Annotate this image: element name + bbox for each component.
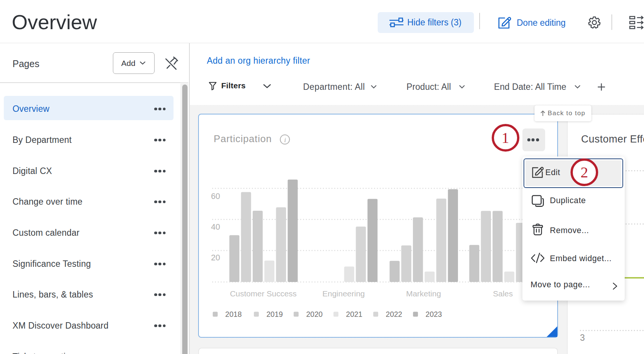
svg-text:3: 3 <box>580 333 585 341</box>
svg-text:2018: 2018 <box>225 310 242 318</box>
svg-text:2020: 2020 <box>306 310 323 318</box>
svg-text:Marketing: Marketing <box>406 289 441 298</box>
svg-text:20: 20 <box>211 253 220 262</box>
svg-text:Sales: Sales <box>493 289 513 298</box>
svg-text:2019: 2019 <box>266 310 283 318</box>
svg-text:60: 60 <box>211 192 220 201</box>
svg-text:2021: 2021 <box>346 310 362 318</box>
svg-text:Engineering: Engineering <box>322 289 365 298</box>
svg-text:Customer Success: Customer Success <box>230 289 297 298</box>
svg-text:2023: 2023 <box>425 310 442 318</box>
svg-text:40: 40 <box>211 222 220 232</box>
svg-text:2022: 2022 <box>386 310 402 318</box>
